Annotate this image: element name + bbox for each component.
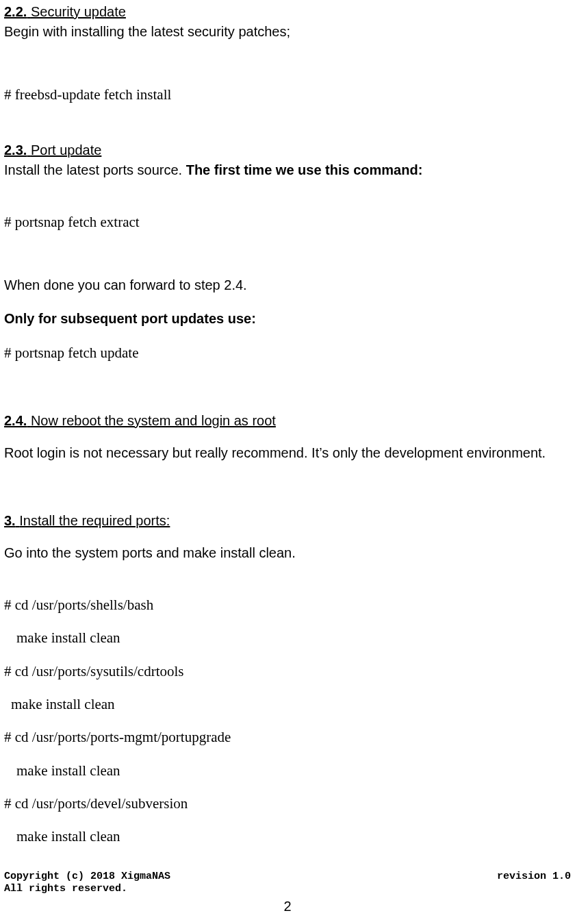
heading-number: 2.3. xyxy=(4,142,27,158)
command-line: # cd /usr/ports/shells/bash xyxy=(4,595,571,614)
paragraph: Go into the system ports and make instal… xyxy=(4,544,571,562)
footer: Copyright (c) 2018 XigmaNAS All rights r… xyxy=(4,871,571,895)
paragraph-bold: Only for subsequent port updates use: xyxy=(4,310,571,328)
paragraph: Begin with installing the latest securit… xyxy=(4,23,571,41)
command-line: # freebsd-update fetch install xyxy=(4,85,571,104)
command-line: make install clean xyxy=(4,827,571,846)
heading-title: Security update xyxy=(31,4,126,19)
heading-title: Now reboot the system and login as root xyxy=(31,413,276,428)
command-line: make install clean xyxy=(4,761,571,780)
document-body: 2.2. Security update Begin with installi… xyxy=(4,3,571,847)
paragraph: When done you can forward to step 2.4. xyxy=(4,276,571,295)
paragraph: Install the latest ports source. The fir… xyxy=(4,161,571,179)
heading-title: Install the required ports: xyxy=(19,513,170,528)
paragraph-bold: The first time we use this command: xyxy=(186,162,423,177)
command-line: # cd /usr/ports/ports-mgmt/portupgrade xyxy=(4,727,571,747)
heading-2-3: 2.3. Port update xyxy=(4,141,571,160)
page-number: 2 xyxy=(0,897,575,916)
command-line: # cd /usr/ports/sysutils/cdrtools xyxy=(4,662,571,681)
paragraph: Root login is not necessary but really r… xyxy=(4,444,571,462)
copyright-line: Copyright (c) 2018 XigmaNAS xyxy=(4,871,170,882)
rights-line: All rights reserved. xyxy=(4,883,127,895)
command-line: # cd /usr/ports/devel/subversion xyxy=(4,794,571,813)
heading-number: 2.2. xyxy=(4,4,27,19)
paragraph-text: Install the latest ports source. xyxy=(4,162,186,177)
heading-title: Port update xyxy=(31,142,101,158)
heading-2-4: 2.4. Now reboot the system and login as … xyxy=(4,412,571,430)
command-line: make install clean xyxy=(4,628,571,647)
command-line: # portsnap fetch update xyxy=(4,343,571,362)
command-line: # portsnap fetch extract xyxy=(4,212,571,232)
footer-left: Copyright (c) 2018 XigmaNAS All rights r… xyxy=(4,871,170,895)
heading-number: 2.4. xyxy=(4,413,27,428)
command-line: make install clean xyxy=(4,695,571,714)
footer-right: revision 1.0 xyxy=(497,871,571,883)
heading-number: 3. xyxy=(4,513,16,528)
heading-3: 3. Install the required ports: xyxy=(4,512,571,530)
heading-2-2: 2.2. Security update xyxy=(4,3,571,21)
